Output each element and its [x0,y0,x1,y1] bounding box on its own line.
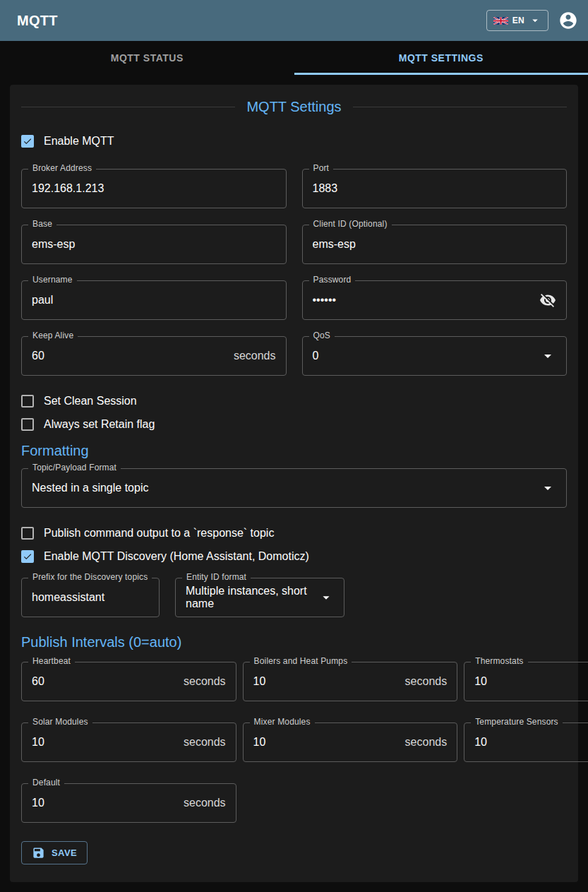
qos-select[interactable]: QoS 0 [302,336,568,376]
language-label: EN [512,16,524,25]
unit-adornment: seconds [184,675,226,688]
field-label: Username [28,275,77,285]
title-divider-left [21,107,235,107]
title-divider-right [353,107,567,107]
account-circle-icon [558,11,578,30]
solar-interval-field[interactable]: Solar Modules seconds [21,722,236,762]
toggle-password-visibility-button[interactable] [539,292,556,309]
dropdown-arrow-icon [539,347,556,364]
unit-adornment: seconds [405,675,448,688]
language-selector-button[interactable]: EN [486,10,548,31]
username-input[interactable] [32,294,276,307]
qos-value: 0 [313,350,534,362]
client-id-field[interactable]: Client ID (Optional) [302,225,568,264]
topic-payload-format-select[interactable]: Topic/Payload Format Nested in a single … [21,468,567,508]
chevron-down-icon [529,14,541,27]
thermostats-interval-field[interactable]: Thermostats seconds [464,662,588,701]
password-input[interactable] [313,294,534,307]
broker-address-input[interactable] [32,182,276,195]
checkbox-label: Publish command output to a `response` t… [44,527,274,540]
page-title-row: MQTT Settings [21,99,567,115]
entity-id-format-value: Multiple instances, short name [186,585,313,610]
tab-mqtt-status[interactable]: MQTT STATUS [0,41,294,75]
dropdown-arrow-icon [539,480,556,496]
field-label: Broker Address [28,163,96,173]
field-label: Client ID (Optional) [309,219,392,229]
thermostats-interval-input[interactable] [474,675,588,688]
base-input[interactable] [32,238,276,251]
active-tab-indicator [294,73,588,75]
default-interval-field[interactable]: Default seconds [21,783,236,823]
discovery-prefix-field[interactable]: Prefix for the Discovery topics [21,578,160,617]
heartbeat-interval-field[interactable]: Heartbeat seconds [21,662,236,701]
field-label: QoS [309,331,335,340]
mixer-interval-field[interactable]: Mixer Modules seconds [243,722,458,762]
keep-alive-field[interactable]: Keep Alive seconds [21,336,287,376]
field-label: Keep Alive [28,331,78,340]
account-button[interactable] [558,11,578,30]
checkbox-unchecked-icon [21,527,34,540]
temperature-sensors-interval-field[interactable]: Temperature Sensors seconds [464,722,588,762]
tab-bar: MQTT STATUS MQTT SETTINGS [0,41,588,75]
checkbox-checked-icon [21,550,34,563]
checkbox-retain-flag[interactable]: Always set Retain flag [21,418,567,431]
field-label: Base [28,219,56,229]
field-label: Password [309,275,356,285]
field-label: Entity ID format [182,572,251,582]
port-input[interactable] [313,182,557,195]
save-button-label: SAVE [52,848,77,858]
field-label: Temperature Sensors [471,717,563,727]
checkbox-label: Enable MQTT Discovery (Home Assistant, D… [44,550,309,563]
boilers-interval-field[interactable]: Boilers and Heat Pumps seconds [243,662,458,701]
broker-address-field[interactable]: Broker Address [21,169,287,208]
unit-adornment: seconds [184,736,226,749]
discovery-prefix-input[interactable] [32,591,149,604]
visibility-off-icon [539,292,556,309]
heartbeat-interval-input[interactable] [32,675,178,688]
unit-adornment: seconds [405,736,448,749]
field-label: Topic/Payload Format [28,463,121,472]
app-bar: MQTT EN [0,0,588,41]
field-label: Boilers and Heat Pumps [250,656,352,666]
field-row: Username Password [21,280,567,320]
solar-interval-input[interactable] [32,736,178,749]
field-label: Default [28,778,64,787]
field-row: Keep Alive seconds QoS 0 [21,336,567,376]
unit-adornment: seconds [184,797,226,809]
page-title: MQTT Settings [246,99,341,115]
section-title-publish-intervals: Publish Intervals (0=auto) [21,634,567,650]
checkbox-publish-response[interactable]: Publish command output to a `response` t… [21,527,567,540]
field-label: Thermostats [471,656,527,666]
username-field[interactable]: Username [21,280,287,320]
port-field[interactable]: Port [302,169,568,208]
checkbox-enable-mqtt[interactable]: Enable MQTT [21,135,567,148]
tab-mqtt-settings[interactable]: MQTT SETTINGS [294,41,588,75]
field-label: Mixer Modules [250,717,315,727]
temperature-sensors-interval-input[interactable] [474,736,588,749]
checkbox-mqtt-discovery[interactable]: Enable MQTT Discovery (Home Assistant, D… [21,550,567,563]
section-title-formatting: Formatting [21,443,567,459]
checkbox-unchecked-icon [21,395,34,408]
client-id-input[interactable] [313,238,557,251]
uk-flag-icon [493,17,508,25]
field-row: Base Client ID (Optional) [21,225,567,264]
mixer-interval-input[interactable] [253,736,400,749]
boilers-interval-input[interactable] [253,675,400,688]
base-field[interactable]: Base [21,225,287,264]
discovery-row: Prefix for the Discovery topics Entity I… [21,578,567,617]
save-button[interactable]: SAVE [21,841,88,864]
field-label: Prefix for the Discovery topics [28,572,152,582]
checkbox-label: Enable MQTT [44,135,114,148]
checkbox-label: Set Clean Session [44,395,137,408]
entity-id-format-select[interactable]: Entity ID format Multiple instances, sho… [175,578,344,617]
settings-card: MQTT Settings Enable MQTT Broker Address… [10,85,578,882]
field-label: Solar Modules [28,717,92,727]
field-label: Heartbeat [28,656,75,666]
checkbox-label: Always set Retain flag [44,418,155,431]
keep-alive-input[interactable] [32,350,228,362]
default-interval-input[interactable] [32,797,178,809]
field-label: Port [309,163,334,173]
checkbox-clean-session[interactable]: Set Clean Session [21,395,567,408]
password-field[interactable]: Password [302,280,568,320]
dropdown-arrow-icon [318,590,334,605]
